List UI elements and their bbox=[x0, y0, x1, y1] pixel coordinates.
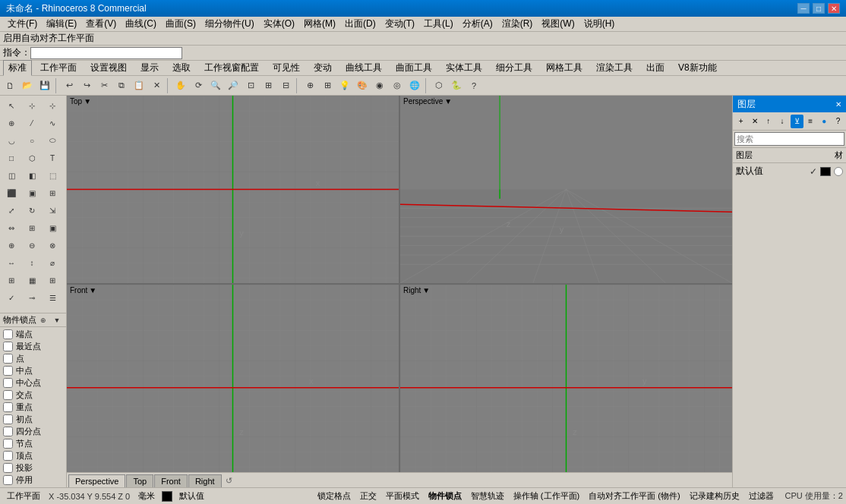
tb-material[interactable]: 🎨 bbox=[354, 77, 371, 94]
tab-display[interactable]: 显示 bbox=[135, 60, 164, 76]
lt-dim2[interactable]: ↕ bbox=[22, 254, 42, 271]
lt-analyze[interactable]: ✓ bbox=[2, 289, 21, 306]
layer-new-btn[interactable]: + bbox=[734, 115, 747, 128]
lt-sub2[interactable]: ⊞ bbox=[43, 272, 62, 288]
lt-poly[interactable]: ⬡ bbox=[22, 150, 42, 166]
vp-tab-front[interactable]: Front bbox=[154, 474, 188, 487]
layer-down-btn[interactable]: ↓ bbox=[775, 115, 788, 128]
menu-subd[interactable]: 细分物件(U) bbox=[200, 16, 259, 32]
tab-standard[interactable]: 标准 bbox=[3, 60, 32, 76]
layer-delete-btn[interactable]: ✕ bbox=[748, 115, 761, 128]
tb-help[interactable]: ? bbox=[466, 77, 482, 94]
command-input[interactable] bbox=[30, 47, 182, 59]
status-gumball[interactable]: 操作轴 (工作平面) bbox=[510, 489, 583, 503]
tb-cut[interactable]: ✂ bbox=[96, 77, 112, 94]
tb-delete[interactable]: ✕ bbox=[148, 77, 165, 94]
viewport-perspective[interactable]: Perspective ▼ bbox=[400, 96, 732, 283]
menu-solid[interactable]: 实体(O) bbox=[259, 16, 299, 32]
snap-filter-btn[interactable]: ⊕ bbox=[37, 315, 49, 326]
layer-panel-close[interactable]: ✕ bbox=[835, 100, 841, 109]
menu-transform[interactable]: 变动(T) bbox=[380, 16, 419, 32]
lt-sub1[interactable]: ▦ bbox=[22, 272, 42, 288]
snap-cb-start[interactable] bbox=[3, 414, 13, 424]
lt-boolean3[interactable]: ⊗ bbox=[43, 237, 62, 254]
tab-select[interactable]: 选取 bbox=[167, 60, 196, 76]
lt-rotate[interactable]: ↻ bbox=[22, 202, 42, 219]
tb-render2[interactable]: ◎ bbox=[389, 77, 406, 94]
tb-python[interactable]: 🐍 bbox=[448, 77, 465, 94]
menu-tools[interactable]: 工具(L) bbox=[419, 16, 458, 32]
viewport-front[interactable]: Front ▼ bbox=[67, 285, 399, 472]
viewport-perspective-arrow[interactable]: ▼ bbox=[444, 97, 452, 106]
lt-surface1[interactable]: ◫ bbox=[2, 167, 21, 184]
lt-boolean2[interactable]: ⊖ bbox=[22, 237, 42, 254]
status-grid-lock[interactable]: 锁定格点 bbox=[314, 489, 355, 503]
maximize-button[interactable]: □ bbox=[813, 3, 825, 14]
lt-select[interactable]: ↖ bbox=[2, 97, 21, 114]
tab-v8[interactable]: V8新功能 bbox=[673, 60, 722, 76]
lt-scale[interactable]: ⇲ bbox=[43, 202, 62, 219]
lt-boolean1[interactable]: ⊕ bbox=[2, 237, 21, 254]
status-smart-track[interactable]: 智慧轨迹 bbox=[467, 489, 508, 503]
snap-cb-knot[interactable] bbox=[3, 439, 13, 449]
status-history[interactable]: 记录建构历史 bbox=[686, 489, 743, 503]
lt-point[interactable]: ⊕ bbox=[2, 115, 21, 131]
snap-cb-nearest[interactable] bbox=[3, 342, 13, 351]
tab-output[interactable]: 出面 bbox=[641, 60, 670, 76]
tab-setview[interactable]: 设置视图 bbox=[85, 60, 132, 76]
status-auto-cplane[interactable]: 自动对齐工作平面 (物件) bbox=[585, 489, 683, 503]
tab-mesh-tools[interactable]: 网格工具 bbox=[541, 60, 588, 76]
lt-report[interactable]: ☰ bbox=[43, 289, 62, 306]
close-button[interactable]: ✕ bbox=[828, 3, 840, 14]
menu-mesh[interactable]: 网格(M) bbox=[299, 16, 340, 32]
layer-settings-btn[interactable]: ≡ bbox=[804, 115, 817, 128]
viewport-right-arrow[interactable]: ▼ bbox=[422, 286, 430, 295]
menu-view[interactable]: 查看(V) bbox=[81, 16, 121, 32]
layer-circle-btn[interactable]: ● bbox=[818, 115, 831, 128]
tab-surface-tools[interactable]: 曲面工具 bbox=[390, 60, 437, 76]
tb-open[interactable]: 📂 bbox=[19, 77, 36, 94]
tab-viewport-config[interactable]: 工作视窗配置 bbox=[199, 60, 264, 76]
vp-tab-perspective[interactable]: Perspective bbox=[68, 474, 125, 487]
minimize-button[interactable]: ─ bbox=[797, 3, 810, 14]
status-filter[interactable]: 过滤器 bbox=[745, 489, 778, 503]
viewport-front-arrow[interactable]: ▼ bbox=[89, 286, 96, 295]
tb-light[interactable]: 💡 bbox=[336, 77, 353, 94]
vp-tab-right[interactable]: Right bbox=[188, 474, 222, 487]
lt-select2[interactable]: ⊹ bbox=[22, 97, 42, 114]
menu-edit[interactable]: 编辑(E) bbox=[42, 16, 81, 32]
lt-rect[interactable]: □ bbox=[2, 150, 21, 166]
status-plane-mode[interactable]: 平面模式 bbox=[382, 489, 423, 503]
tb-grasshopper[interactable]: ⬡ bbox=[431, 77, 447, 94]
lt-misc[interactable]: ✎ bbox=[2, 307, 21, 313]
lt-surface3[interactable]: ⬚ bbox=[43, 167, 62, 184]
tb-grid[interactable]: ⊞ bbox=[319, 77, 336, 94]
menu-help[interactable]: 说明(H) bbox=[579, 16, 620, 32]
tb-zoom-win[interactable]: ⊞ bbox=[260, 77, 276, 94]
snap-cb-disable[interactable] bbox=[3, 475, 13, 485]
layer-help-btn[interactable]: ? bbox=[832, 115, 844, 128]
status-osnap[interactable]: 物件锁点 bbox=[425, 489, 466, 503]
tab-curve-tools[interactable]: 曲线工具 bbox=[340, 60, 387, 76]
tb-zoom-out[interactable]: 🔎 bbox=[225, 77, 241, 94]
tb-rotate-view[interactable]: ⟳ bbox=[190, 77, 207, 94]
status-unit[interactable]: 毫米 bbox=[134, 489, 159, 503]
tab-solid-tools[interactable]: 实体工具 bbox=[440, 60, 488, 76]
lt-circle[interactable]: ○ bbox=[22, 132, 42, 149]
menu-output[interactable]: 出面(D) bbox=[340, 16, 380, 32]
tab-subd-tools[interactable]: 细分工具 bbox=[491, 60, 538, 76]
menu-surface[interactable]: 曲面(S) bbox=[161, 16, 200, 32]
lt-dim3[interactable]: ⌀ bbox=[43, 254, 62, 271]
menu-analyze[interactable]: 分析(A) bbox=[458, 16, 497, 32]
lt-dim1[interactable]: ↔ bbox=[2, 254, 21, 271]
snap-cb-point[interactable] bbox=[3, 354, 13, 364]
lt-line[interactable]: ∕ bbox=[22, 115, 42, 131]
vp-refresh-btn[interactable]: ↺ bbox=[223, 474, 235, 487]
snap-cb-center[interactable] bbox=[3, 378, 13, 388]
snap-cb-intersect[interactable] bbox=[3, 390, 13, 400]
snap-cb-perp[interactable] bbox=[3, 402, 13, 412]
menu-panel[interactable]: 视图(W) bbox=[537, 16, 579, 32]
tb-zoom-ext[interactable]: ⊡ bbox=[242, 77, 259, 94]
lt-solid1[interactable]: ⬛ bbox=[2, 184, 21, 201]
tab-visibility[interactable]: 可见性 bbox=[267, 60, 305, 76]
